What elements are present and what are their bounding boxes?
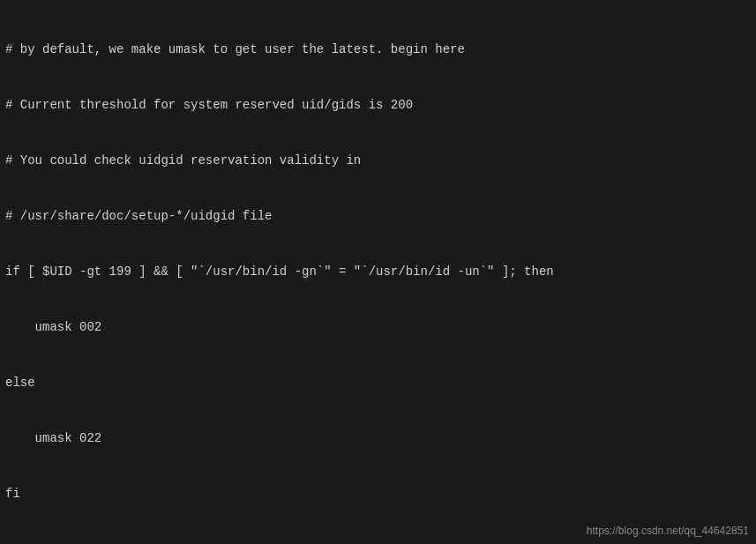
line-1: # by default, we make umask to get user … (5, 41, 751, 59)
line-4: # /usr/share/doc/setup-*/uidgid file (5, 207, 751, 226)
line-3: # You could check uidgid reservation val… (5, 152, 751, 170)
line-8: umask 022 (5, 429, 751, 448)
line-5: if [ $UID -gt 199 ] && [ "`/usr/bin/id -… (5, 263, 751, 281)
line-10 (5, 540, 751, 544)
terminal-window: # by default, we make umask to get user … (0, 0, 756, 544)
watermark: https://blog.csdn.net/qq_44642851 (587, 525, 749, 537)
line-9: fi (5, 485, 751, 503)
line-6: umask 002 (5, 318, 751, 337)
line-7: else (5, 374, 751, 392)
line-2: # Current threshold for system reserved … (5, 96, 751, 115)
code-content: # by default, we make umask to get user … (5, 4, 751, 544)
